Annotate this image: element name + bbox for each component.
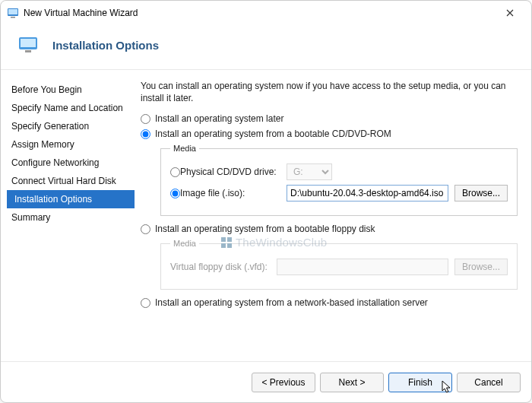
wizard-content: You can install an operating system now …: [135, 70, 531, 361]
sidebar-item-specify-generation[interactable]: Specify Generation: [11, 117, 135, 135]
sidebar-item-connect-vhd[interactable]: Connect Virtual Hard Disk: [11, 172, 135, 190]
wizard-steps-sidebar: Before You Begin Specify Name and Locati…: [1, 70, 135, 361]
label-physical-drive: Physical CD/DVD drive:: [180, 167, 287, 177]
browse-floppy-button: Browse...: [454, 259, 508, 275]
sidebar-item-specify-name[interactable]: Specify Name and Location: [11, 99, 135, 117]
floppy-legend: Media: [170, 239, 199, 248]
window-title: New Virtual Machine Wizard: [24, 8, 495, 18]
sidebar-item-installation-options[interactable]: Installation Options: [7, 190, 135, 208]
svg-rect-1: [8, 9, 17, 14]
monitor-icon: [17, 34, 39, 56]
media-group: Media Physical CD/DVD drive: G: Image fi…: [160, 144, 518, 216]
label-install-cd: Install an operating system from a boota…: [155, 129, 391, 139]
close-button[interactable]: [495, 2, 525, 24]
select-drive[interactable]: G:: [287, 163, 332, 180]
svg-rect-2: [11, 17, 15, 18]
radio-image-file[interactable]: [170, 189, 180, 198]
svg-rect-5: [25, 50, 31, 52]
sidebar-item-assign-memory[interactable]: Assign Memory: [11, 135, 135, 154]
radio-install-cd[interactable]: [141, 129, 150, 139]
wizard-window: New Virtual Machine Wizard Installation …: [0, 0, 532, 403]
label-install-network: Install an operating system from a netwo…: [155, 297, 428, 308]
sidebar-item-summary[interactable]: Summary: [11, 208, 135, 227]
label-floppy: Virtual floppy disk (.vfd):: [170, 262, 277, 272]
label-install-later: Install an operating system later: [155, 113, 283, 124]
sidebar-item-configure-networking[interactable]: Configure Networking: [11, 154, 135, 172]
next-button[interactable]: Next >: [320, 373, 384, 392]
wizard-header: Installation Options: [1, 25, 531, 70]
label-image-file: Image file (.iso):: [180, 188, 287, 198]
svg-rect-4: [21, 39, 36, 47]
previous-button[interactable]: < Previous: [252, 373, 315, 392]
floppy-group: Media Virtual floppy disk (.vfd): Browse…: [160, 239, 518, 290]
page-title: Installation Options: [52, 39, 159, 52]
wizard-footer: < Previous Next > Finish Cancel: [1, 361, 531, 402]
radio-install-later[interactable]: [141, 114, 150, 124]
radio-install-floppy[interactable]: [141, 224, 150, 234]
app-icon: [7, 7, 19, 19]
intro-text: You can install an operating system now …: [141, 81, 518, 104]
radio-install-network[interactable]: [141, 298, 150, 308]
browse-iso-button[interactable]: Browse...: [454, 185, 508, 202]
sidebar-item-before-you-begin[interactable]: Before You Begin: [11, 81, 135, 99]
label-install-floppy: Install an operating system from a boota…: [155, 224, 375, 234]
cancel-button[interactable]: Cancel: [457, 373, 521, 392]
input-floppy-path: [277, 259, 448, 275]
media-legend: Media: [170, 144, 199, 153]
finish-button[interactable]: Finish: [388, 373, 452, 392]
input-image-path[interactable]: [287, 185, 448, 202]
radio-physical-drive[interactable]: [170, 167, 180, 177]
titlebar: New Virtual Machine Wizard: [1, 1, 531, 25]
